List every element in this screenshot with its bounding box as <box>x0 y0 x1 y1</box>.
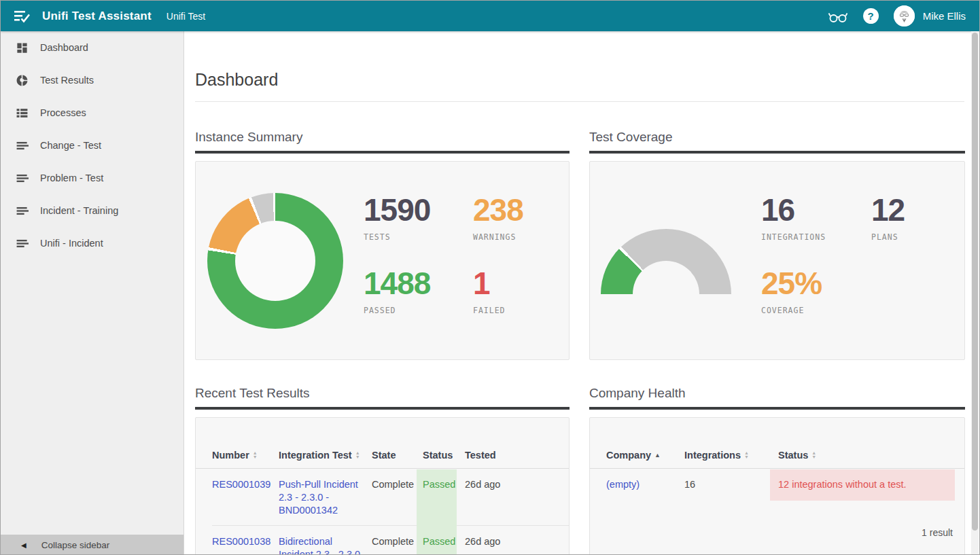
integration-test-link[interactable]: Push-Pull Incident 2.3 - 2.3.0 - BND0001… <box>279 479 358 516</box>
stat-warnings: 238 WARNINGS <box>473 192 523 242</box>
tested-cell: 26d ago <box>465 469 506 525</box>
sort-icon[interactable]: ▲▼ <box>253 451 258 459</box>
stat-passed-label: PASSED <box>364 306 430 315</box>
sidebar-item-label: Incident - Training <box>40 205 118 216</box>
top-header-bar: Unifi Test Assistant Unifi Test ? <box>1 1 979 31</box>
stat-plans-value: 12 <box>871 192 905 228</box>
integration-test-link[interactable]: Bidirectional Incident 2.3 - 2.3.0 <box>279 536 360 555</box>
column-header-label: Status <box>423 450 453 461</box>
state-cell: Complete <box>372 526 423 555</box>
health-status-cell: 12 integrations without a test. <box>778 469 964 501</box>
lines-icon <box>16 172 29 185</box>
sidebar-item-unifi-incident[interactable]: Unifi - Incident <box>1 227 183 259</box>
column-header-company[interactable]: Company ▲ <box>606 450 684 461</box>
column-header-label: Integrations <box>684 450 741 461</box>
processes-list-icon <box>16 107 29 120</box>
column-header-tested[interactable]: Tested <box>465 450 506 461</box>
coverage-gauge-chart[interactable] <box>601 229 731 294</box>
recent-test-results-title: Recent Test Results <box>195 386 570 401</box>
sort-icon[interactable]: ▲▼ <box>744 451 749 459</box>
column-header-label: State <box>372 450 396 461</box>
recent-test-results-section: Recent Test Results Number ▲▼ Integratio… <box>195 386 570 555</box>
stat-coverage: 25% COVERAGE <box>761 265 822 315</box>
stat-passed: 1488 PASSED <box>364 265 430 315</box>
sidebar-item-dashboard[interactable]: Dashboard <box>1 31 183 64</box>
user-name[interactable]: Mike Ellis <box>923 10 966 22</box>
app-title: Unifi Test Assistant <box>42 10 152 23</box>
sidebar-item-label: Change - Test <box>40 140 101 151</box>
sort-icon[interactable]: ▲▼ <box>355 451 360 459</box>
stat-integrations: 16 INTEGRATIONS <box>761 192 826 242</box>
section-rule <box>589 151 965 154</box>
sidebar-item-problem-test[interactable]: Problem - Test <box>1 162 183 194</box>
integrations-cell: 16 <box>684 469 778 501</box>
instance-summary-card: 1590 TESTS 238 WARNINGS 1488 PASSED 1 FA… <box>195 161 570 360</box>
column-header-label: Number <box>212 450 249 461</box>
column-header-label: Integration Test <box>279 450 352 461</box>
lines-icon <box>16 237 29 250</box>
sidebar-item-incident-training[interactable]: Incident - Training <box>1 194 183 227</box>
stat-tests-value: 1590 <box>364 192 430 228</box>
column-header-number[interactable]: Number ▲▼ <box>212 450 279 461</box>
sidebar: Dashboard Test Results Processes Change … <box>1 31 184 555</box>
test-coverage-card: 16 INTEGRATIONS 12 PLANS 25% COVERAGE <box>589 161 965 360</box>
sidebar-item-label: Dashboard <box>40 42 88 53</box>
section-rule <box>195 151 570 154</box>
help-icon[interactable]: ? <box>863 8 879 24</box>
stat-plans: 12 PLANS <box>871 192 905 242</box>
sort-icon[interactable]: ▲▼ <box>811 451 816 459</box>
sidebar-item-label: Test Results <box>40 75 94 86</box>
column-header-state[interactable]: State <box>372 450 423 461</box>
sidebar-item-test-results[interactable]: Test Results <box>1 64 183 96</box>
company-health-card: Company ▲ Integrations ▲▼ Status ▲▼ (emp… <box>589 417 965 555</box>
lines-icon <box>16 204 29 217</box>
stat-failed: 1 FAILED <box>473 265 506 315</box>
collapse-sidebar-label: Collapse sidebar <box>41 540 110 550</box>
column-header-label: Tested <box>465 450 496 461</box>
stat-failed-label: FAILED <box>473 306 506 315</box>
result-number-link[interactable]: RES0001038 <box>212 536 270 547</box>
collapse-sidebar-button[interactable]: ◀ Collapse sidebar <box>1 535 183 555</box>
table-header-row: Company ▲ Integrations ▲▼ Status ▲▼ <box>590 442 964 469</box>
lines-icon <box>16 139 29 152</box>
section-rule <box>589 407 965 410</box>
company-link[interactable]: (empty) <box>606 479 640 490</box>
context-label: Unifi Test <box>167 11 205 22</box>
stat-integrations-value: 16 <box>761 192 826 228</box>
sort-ascending-icon[interactable]: ▲ <box>654 452 661 459</box>
sidebar-item-processes[interactable]: Processes <box>1 96 183 129</box>
user-avatar[interactable] <box>894 5 915 26</box>
column-header-status[interactable]: Status <box>423 450 465 461</box>
result-number-link[interactable]: RES0001039 <box>212 479 270 490</box>
menu-check-icon[interactable] <box>13 9 31 24</box>
stat-integrations-label: INTEGRATIONS <box>761 232 826 242</box>
stat-warnings-label: WARNINGS <box>473 232 523 242</box>
table-row: RES0001039 Push-Pull Incident 2.3 - 2.3.… <box>196 469 569 525</box>
table-row: RES0001038 Bidirectional Incident 2.3 - … <box>196 526 569 555</box>
column-header-label: Status <box>778 450 808 461</box>
status-cell: Passed <box>423 526 465 555</box>
company-health-title: Company Health <box>589 386 965 401</box>
column-header-integration-test[interactable]: Integration Test ▲▼ <box>279 450 372 461</box>
main-content: Dashboard Instance Summary 1590 TESTS 23… <box>185 31 973 555</box>
impersonate-glasses-icon[interactable] <box>828 7 848 25</box>
sidebar-item-change-test[interactable]: Change - Test <box>1 129 183 162</box>
stat-passed-value: 1488 <box>364 265 430 302</box>
column-header-integrations[interactable]: Integrations ▲▼ <box>684 450 778 461</box>
sidebar-item-label: Unifi - Incident <box>40 238 103 249</box>
tests-donut-chart[interactable] <box>207 193 343 329</box>
column-header-status[interactable]: Status ▲▼ <box>778 450 964 461</box>
sidebar-item-label: Problem - Test <box>40 173 103 183</box>
stat-failed-value: 1 <box>473 265 506 302</box>
instance-summary-section: Instance Summary 1590 TESTS 238 WARNINGS… <box>195 130 570 360</box>
scrollbar-thumb[interactable] <box>972 33 978 531</box>
company-health-section: Company Health Company ▲ Integrations ▲▼… <box>589 386 965 555</box>
result-count: 1 result <box>922 527 953 538</box>
table-header-row: Number ▲▼ Integration Test ▲▼ State Stat… <box>196 442 569 469</box>
company-health-table: Company ▲ Integrations ▲▼ Status ▲▼ (emp… <box>590 418 964 555</box>
stat-warnings-value: 238 <box>473 192 523 228</box>
stat-coverage-label: COVERAGE <box>761 306 822 315</box>
vertical-scrollbar[interactable] <box>971 31 979 555</box>
page-title: Dashboard <box>195 70 278 90</box>
dashboard-icon <box>16 41 29 54</box>
